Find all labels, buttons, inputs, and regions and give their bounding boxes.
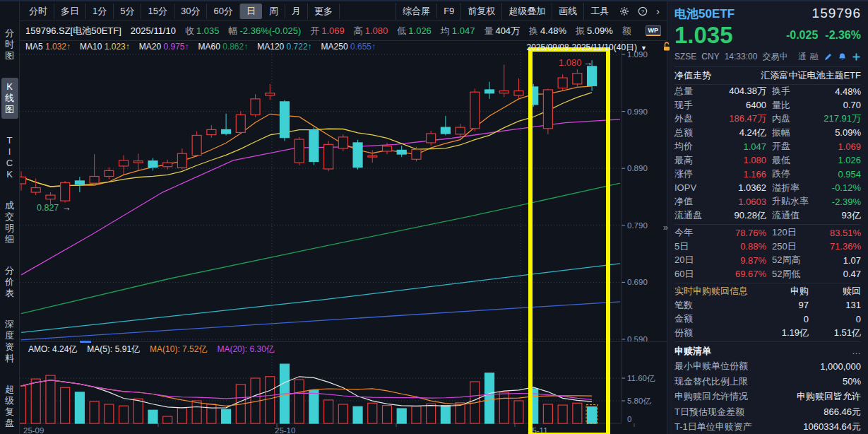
sidebar-item-超级复盘[interactable]: 超 级 复 盘	[1, 380, 18, 433]
period-toolbar: 分时多日1分5分15分30分60分日周月更多 综合屏F9前复权超级叠加画线工具 …	[20, 1, 667, 21]
candlestick-plot[interactable]: 1.0900.9900.8900.7900.6900.59011.60亿5.80…	[20, 41, 667, 434]
stat-value: 186.47万	[718, 112, 766, 125]
svg-text:25-10: 25-10	[275, 426, 295, 434]
svg-text:1.080: 1.080	[559, 57, 582, 68]
quote-detail-row: 净值1.0603升贴水率-2.39%	[674, 195, 861, 209]
period-tab-60分[interactable]: 60分	[207, 4, 239, 19]
etf-code: 159796	[812, 6, 861, 21]
stat-label: 最低	[766, 154, 813, 167]
ma-label: MA5	[25, 42, 45, 52]
stat-value: 1.069	[813, 141, 861, 152]
more-menu-icon[interactable]: …	[852, 346, 861, 356]
redeem-value: 0	[809, 314, 861, 324]
sidebar-item-深度资料[interactable]: 深 度 资 料	[1, 315, 18, 368]
subscribe-value: 0	[758, 314, 809, 324]
field-value: 1.080	[365, 25, 388, 36]
list-label: T日预估现金差额	[674, 406, 744, 418]
stat-value: 1.166	[718, 169, 766, 180]
stat-label: 净值	[674, 195, 718, 208]
add-plus-icon[interactable]	[852, 52, 861, 61]
performance-row: 今年78.76%120日83.51%	[674, 226, 861, 240]
stat-label: 52周低	[766, 268, 813, 281]
tool-前复权[interactable]: 前复权	[460, 3, 501, 20]
ma-value: 0.722↑	[287, 42, 312, 52]
edit-pencil-icon[interactable]	[824, 52, 833, 61]
stat-value: 217.91万	[813, 112, 861, 125]
stat-label: 总额	[674, 127, 718, 139]
help-icon[interactable]: ?	[634, 5, 652, 18]
alert-bell-icon[interactable]	[838, 52, 847, 61]
period-tab-30分[interactable]: 30分	[174, 4, 207, 19]
nav-trend-link[interactable]: 净值走势	[674, 69, 711, 82]
field-均: 均1.047	[441, 25, 475, 37]
list-label: 最小申赎单位份额	[674, 360, 748, 373]
price-change: -0.025	[786, 29, 818, 42]
realtime-subscription-section: 实时申购赎回信息申购赎回笔数97131金额00份额1.19亿1.51亿	[674, 283, 861, 340]
field-label: 开	[310, 25, 319, 36]
stat-value: 9.87%	[718, 255, 766, 266]
stat-label: 金额	[674, 312, 758, 325]
volume-legend-bar: AMO: 4.24亿MA(5): 5.91亿MA(10): 7.52亿MA(20…	[28, 344, 275, 356]
stat-label: IOPV	[674, 182, 718, 193]
sidebar-item-分时图[interactable]: 分 时 图	[1, 24, 18, 65]
svg-text:0.827: 0.827	[37, 203, 59, 213]
panel-collapse-handle[interactable]: »	[663, 222, 668, 233]
sidebar-item-K线图[interactable]: K 线 图	[1, 78, 18, 119]
field-低: 低1.026	[397, 25, 432, 37]
stat-value: 0.954	[813, 169, 861, 180]
tool-工具[interactable]: 工具	[583, 3, 615, 20]
badge-通: 通	[798, 51, 807, 63]
stat-value: 1.026	[813, 155, 861, 165]
ma-label: MA60	[198, 42, 222, 52]
list-label: T-1日单位申赎资产	[674, 421, 752, 433]
sidebar-item-分价表[interactable]: 分 价 表	[1, 262, 18, 303]
recent-days-highlight-box	[530, 49, 608, 434]
period-tab-分时[interactable]: 分时	[23, 4, 54, 19]
stat-value: 0.47	[813, 269, 861, 279]
period-tab-月[interactable]: 月	[285, 4, 308, 19]
col-subscribe: 申购	[758, 285, 809, 298]
ma-legend-MA20: MA20 0.975↑	[139, 42, 189, 52]
period-tab-15分[interactable]: 15分	[141, 4, 174, 19]
performance-row: 60日69.67%52周低0.47	[674, 267, 861, 281]
stat-label: 溢折率	[766, 182, 813, 194]
volume-ma-legend: AMO: 4.24亿	[28, 344, 77, 356]
chevron-right-icon[interactable]: ›	[652, 4, 664, 18]
field-value: 1.026	[408, 25, 432, 36]
trading-status: 交易中	[762, 51, 787, 63]
wp-monitor-icon[interactable]: WP	[646, 25, 662, 36]
field-label: 均	[441, 25, 450, 36]
gear-icon[interactable]	[615, 5, 634, 18]
period-tab-多日[interactable]: 多日	[54, 4, 86, 19]
stat-label: 60日	[674, 268, 718, 281]
etf-name: 电池50ETF	[674, 6, 735, 22]
tool-超级叠加[interactable]: 超级叠加	[501, 3, 552, 20]
field-幅: 幅-2.36%(-0.025)	[229, 25, 302, 37]
sidebar-item-成交明细[interactable]: 成 交 明 细	[1, 197, 18, 249]
svg-text:→: →	[62, 203, 71, 213]
period-tab-更多[interactable]: 更多	[308, 4, 340, 19]
ma-legend-MA250: MA250 0.655↑	[321, 42, 376, 52]
kline-chart-canvas[interactable]: MA5 1.032↑MA10 1.023↑MA20 0.975↑MA60 0.8…	[20, 41, 667, 434]
sidebar-item-TICK[interactable]: T I C K	[1, 131, 18, 184]
tool-F9[interactable]: F9	[436, 4, 460, 18]
stat-label: 均价	[674, 140, 718, 153]
quote-detail-row: 总量404.38万换手4.48%	[674, 85, 861, 99]
period-tab-1分[interactable]: 1分	[86, 4, 114, 19]
tool-画线[interactable]: 画线	[552, 3, 583, 20]
period-tab-5分[interactable]: 5分	[114, 4, 141, 19]
period-tab-日[interactable]: 日	[240, 4, 262, 19]
col-redeem: 赎回	[809, 285, 861, 298]
trade-date: 2025/11/10	[131, 25, 176, 36]
subscription-row: 金额00	[674, 312, 861, 327]
quote-detail-row: 流通盘90.28亿流通值93亿	[674, 209, 861, 223]
stat-value: 93亿	[813, 209, 861, 222]
ma-legend-MA60: MA60 0.862↑	[198, 42, 248, 52]
field-量: 量404万	[484, 25, 520, 37]
date-range-selector[interactable]: 2025/09/08-2025/11/10(40日) ▼	[527, 42, 647, 54]
tool-综合屏[interactable]: 综合屏	[396, 3, 436, 20]
period-tab-周[interactable]: 周	[263, 4, 285, 19]
kline-app-window: 分 时 图K 线 图T I C K成 交 明 细分 价 表深 度 资 料超 级 …	[0, 0, 868, 434]
stat-label: 笔数	[674, 299, 758, 312]
stat-label: 52周高	[766, 254, 813, 266]
